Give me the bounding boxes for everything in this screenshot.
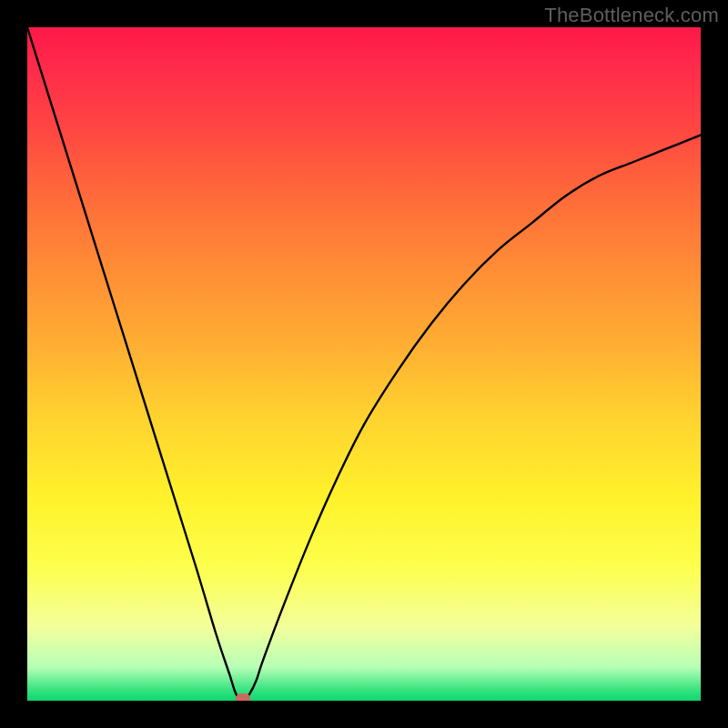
- chart-frame: TheBottleneck.com: [0, 0, 728, 728]
- bottleneck-curve: [27, 27, 701, 701]
- plot-area: [27, 27, 701, 701]
- watermark-text: TheBottleneck.com: [544, 4, 719, 27]
- minimum-marker: [236, 693, 250, 701]
- curve-svg: [27, 27, 701, 701]
